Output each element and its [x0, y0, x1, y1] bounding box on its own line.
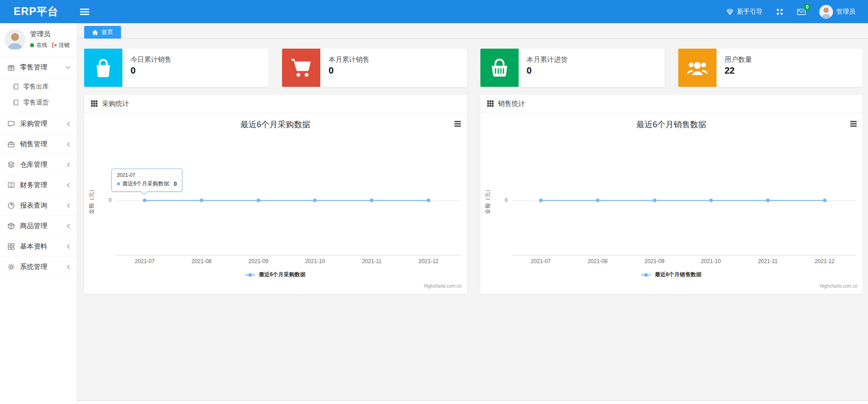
- chevron-left-icon: [66, 244, 71, 249]
- footer: [77, 400, 868, 404]
- stat-card-0: 今日累计销售0: [84, 49, 268, 87]
- legend-marker-icon: [641, 273, 651, 277]
- data-point-0[interactable]: [143, 199, 146, 202]
- sidebar-menu-item[interactable]: 零售管理: [0, 57, 77, 78]
- tooltip-category: 2021-07: [117, 172, 177, 178]
- chevron-left-icon: [66, 203, 71, 208]
- sidebar-menu-item[interactable]: 基本资料: [0, 236, 77, 257]
- fullscreen-button[interactable]: [776, 8, 783, 15]
- legend-item[interactable]: 最近6个月销售数据: [480, 271, 863, 279]
- user-avatar: [819, 5, 833, 19]
- tooltip-value: 0: [174, 181, 177, 187]
- panel-header: 销售统计: [480, 95, 863, 113]
- x-axis-label: 2021-11: [351, 258, 392, 264]
- chart-context-menu-icon[interactable]: [454, 121, 461, 127]
- stat-cards-row: 今日累计销售0本月累计销售0本月累计进货0用户数量22: [84, 49, 863, 87]
- chevron-left-icon: [66, 264, 71, 269]
- legend-marker-icon: [245, 273, 255, 277]
- panel-0: 采购统计最近6个月采购数据金额（元）02021-072021-082021-09…: [84, 95, 467, 294]
- sidebar-submenu: 零售出库零售退货: [0, 78, 77, 114]
- sidebar-toggle-button[interactable]: [80, 8, 89, 15]
- breadcrumb: 首页: [77, 23, 868, 39]
- sidebar-item-1: 采购管理: [0, 114, 77, 134]
- sidebar-menu-item[interactable]: 系统管理: [0, 257, 77, 277]
- fullscreen-icon: [776, 8, 783, 15]
- sidebar-item-label: 仓库管理: [20, 160, 47, 169]
- data-point-2[interactable]: [257, 199, 260, 202]
- y-axis-tick: 0: [84, 197, 111, 203]
- messages-button[interactable]: 0: [797, 8, 806, 15]
- series-line: [541, 200, 825, 201]
- shopping-cart-icon: [282, 49, 320, 87]
- data-point-1[interactable]: [200, 199, 203, 202]
- sidebar-submenu-item[interactable]: 零售出库: [0, 79, 77, 95]
- online-status-label: 在线: [36, 41, 47, 49]
- sidebar-menu-item[interactable]: 销售管理: [0, 134, 77, 155]
- gear-icon: [7, 263, 15, 271]
- sidebar-menu-item[interactable]: 商品管理: [0, 216, 77, 236]
- x-axis-label: 2021-12: [408, 258, 449, 264]
- data-point-4[interactable]: [766, 199, 770, 202]
- sidebar-menu: 零售管理零售出库零售退货采购管理销售管理仓库管理财务管理报表查询商品管理基本资料…: [0, 57, 77, 277]
- highcharts-credits[interactable]: Highcharts.com.cn: [424, 284, 462, 289]
- data-point-3[interactable]: [313, 199, 317, 202]
- panel-title: 销售统计: [498, 100, 525, 108]
- tooltip-arrow: [141, 189, 147, 195]
- grid-icon: [7, 243, 15, 250]
- sidebar-item-label: 商品管理: [20, 222, 47, 230]
- data-point-3[interactable]: [709, 199, 713, 202]
- data-point-5[interactable]: [823, 199, 827, 202]
- sidebar-user-name: 管理员: [30, 30, 70, 39]
- navbar-user-menu[interactable]: 管理员: [819, 5, 855, 19]
- chart-panels-row: 采购统计最近6个月采购数据金额（元）02021-072021-082021-09…: [84, 95, 863, 294]
- stat-card-value: 0: [527, 65, 568, 76]
- sidebar-item-4: 财务管理: [0, 175, 77, 195]
- open-book-icon: [7, 181, 15, 189]
- submenu-item-label: 零售出库: [23, 83, 49, 91]
- home-icon: [92, 30, 98, 35]
- sidebar-item-label: 财务管理: [20, 181, 47, 190]
- sidebar-menu-item[interactable]: 采购管理: [0, 114, 77, 134]
- data-point-0[interactable]: [539, 199, 543, 202]
- sidebar-item-label: 基本资料: [20, 242, 47, 251]
- data-point-5[interactable]: [427, 199, 430, 202]
- users-icon: [678, 49, 717, 87]
- sidebar-submenu-item[interactable]: 零售退货: [0, 95, 77, 110]
- x-axis-label: 2021-10: [294, 258, 335, 264]
- x-axis-label: 2021-07: [520, 258, 561, 264]
- tab-home[interactable]: 首页: [84, 26, 121, 39]
- sidebar-menu-item[interactable]: 仓库管理: [0, 155, 77, 175]
- stat-card-value: 22: [725, 65, 752, 76]
- highcharts-credits[interactable]: Highcharts.com.cn: [820, 284, 858, 289]
- data-point-2[interactable]: [653, 199, 656, 202]
- chevron-left-icon: [66, 162, 71, 167]
- chart-title: 最近6个月销售数据: [480, 119, 863, 130]
- sidebar: 管理员 在线 注销 零售管理零售出库零售退货采购管理销售管理仓库管理财务管理报表…: [0, 23, 77, 404]
- chart-1: 最近6个月销售数据金额（元）02021-072021-082021-092021…: [480, 113, 863, 294]
- shopping-basket-icon: [480, 49, 519, 87]
- stat-card-label: 今日累计销售: [131, 55, 172, 64]
- sidebar-menu-item[interactable]: 报表查询: [0, 195, 77, 216]
- x-axis-label: 2021-10: [691, 258, 732, 264]
- journal-icon: [12, 83, 19, 90]
- x-axis-label: 2021-09: [238, 258, 279, 264]
- sidebar-user-panel: 管理员 在线 注销: [0, 23, 77, 57]
- sidebar-item-label: 系统管理: [20, 263, 47, 271]
- sidebar-item-label: 报表查询: [20, 201, 47, 210]
- submenu-item-label: 零售退货: [23, 99, 49, 107]
- chart-context-menu-icon[interactable]: [850, 121, 857, 127]
- data-point-4[interactable]: [370, 199, 373, 202]
- layers-icon: [7, 161, 15, 169]
- data-point-1[interactable]: [596, 199, 600, 202]
- briefcase-icon: [7, 140, 15, 148]
- th-grid-icon: [487, 100, 494, 107]
- panel-header: 采购统计: [84, 95, 467, 113]
- sidebar-item-5: 报表查询: [0, 195, 77, 216]
- guide-label: 新手引导: [737, 8, 762, 16]
- sidebar-item-label: 采购管理: [20, 120, 47, 128]
- legend-item[interactable]: 最近6个月采购数据: [84, 271, 467, 279]
- sidebar-menu-item[interactable]: 财务管理: [0, 175, 77, 195]
- stat-card-label: 用户数量: [725, 55, 752, 64]
- logout-link[interactable]: 注销: [51, 41, 70, 49]
- guide-button[interactable]: 新手引导: [726, 8, 762, 16]
